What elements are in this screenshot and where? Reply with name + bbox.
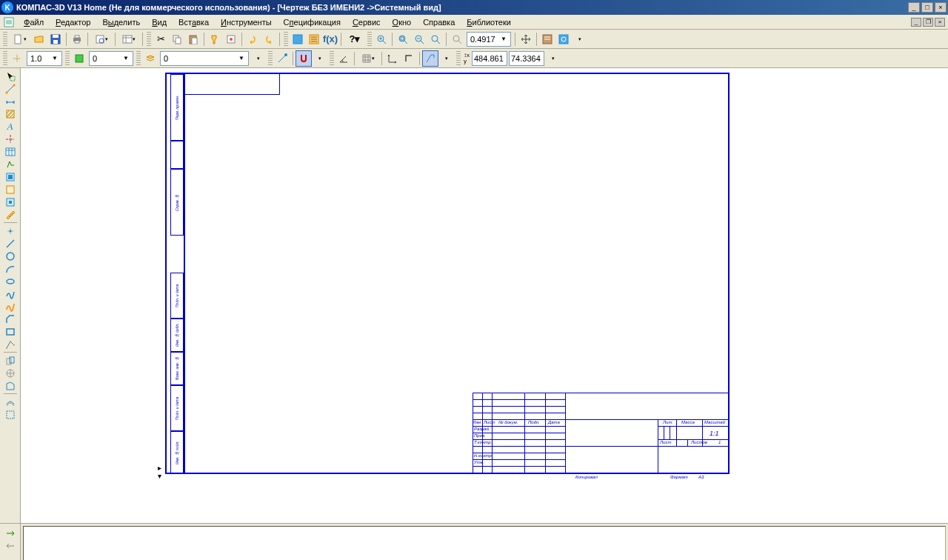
- toolbar-grip[interactable]: [147, 32, 151, 47]
- canvas[interactable]: Перв. примен. Справ. № Подп. и дата Инв.…: [21, 68, 948, 523]
- zoom-window-button[interactable]: [427, 31, 444, 47]
- point-tool[interactable]: [2, 224, 19, 237]
- grid-button[interactable]: ▾: [357, 50, 379, 67]
- segment-tool[interactable]: [2, 237, 19, 250]
- menu-file[interactable]: Файл: [18, 16, 50, 28]
- menu-libs[interactable]: Библиотеки: [461, 16, 517, 28]
- toolbar-grip[interactable]: [3, 32, 7, 47]
- paste-button[interactable]: [185, 31, 201, 47]
- toolbar-overflow-icon[interactable]: ▾: [250, 50, 267, 67]
- menu-window[interactable]: Окно: [387, 16, 418, 28]
- fx-button[interactable]: f(x): [322, 31, 338, 47]
- mdi-minimize-button[interactable]: _: [911, 18, 921, 27]
- close-button[interactable]: ×: [935, 2, 947, 13]
- spline-tool[interactable]: [2, 287, 19, 300]
- undo-button[interactable]: [244, 31, 261, 47]
- toolbar-grip[interactable]: [284, 32, 288, 47]
- zoom-out-button[interactable]: [411, 31, 427, 47]
- toolbar-grip[interactable]: [136, 51, 141, 66]
- equidistant-tool[interactable]: [2, 396, 19, 408]
- toolbar-overflow-icon[interactable]: ▾: [545, 50, 561, 67]
- autoline-tool[interactable]: [2, 338, 19, 350]
- zoom-in-button[interactable]: [373, 31, 390, 47]
- properties-button[interactable]: ▾: [118, 31, 140, 47]
- roughness-tool[interactable]: [2, 158, 19, 170]
- toolbar-overflow-icon[interactable]: ▾: [438, 50, 455, 67]
- print-button[interactable]: [69, 31, 85, 47]
- menu-tools[interactable]: Инструменты: [215, 16, 278, 28]
- toolbar-grip[interactable]: [3, 51, 7, 66]
- param-tool[interactable]: [2, 196, 19, 208]
- step-combo[interactable]: 1.0 ▼: [27, 51, 62, 66]
- format-painter-button[interactable]: [207, 31, 223, 47]
- system-menu-icon[interactable]: [3, 16, 15, 28]
- save-button[interactable]: [47, 31, 64, 47]
- dimension-tool[interactable]: [2, 95, 19, 107]
- toolbar-overflow-icon[interactable]: ▾: [572, 31, 588, 47]
- analysis-tool[interactable]: [2, 367, 19, 379]
- contour-tool[interactable]: [2, 379, 19, 392]
- msg-btn2[interactable]: [2, 539, 19, 552]
- hatch-tool[interactable]: [2, 107, 19, 120]
- circle-tool[interactable]: [2, 250, 19, 262]
- properties-copy-button[interactable]: [223, 31, 239, 47]
- state-combo[interactable]: 0 ▼: [89, 51, 133, 66]
- toolbar-grip[interactable]: [367, 32, 372, 47]
- select-tool[interactable]: [2, 70, 19, 82]
- copy-button[interactable]: [169, 31, 185, 47]
- lcs-button[interactable]: [384, 50, 401, 67]
- redo-button[interactable]: [261, 31, 277, 47]
- state-button[interactable]: [71, 50, 87, 67]
- maximize-button[interactable]: □: [921, 2, 933, 13]
- copy-geom-tool[interactable]: [2, 354, 19, 367]
- pan-button[interactable]: [518, 31, 534, 47]
- mdi-restore-button[interactable]: ❐: [923, 18, 933, 27]
- zoom-prev-button[interactable]: [449, 31, 465, 47]
- msg-btn1[interactable]: [2, 527, 19, 539]
- layer-button[interactable]: [142, 50, 158, 67]
- snap-end-button[interactable]: [274, 50, 290, 67]
- angle-snap-button[interactable]: [336, 50, 352, 67]
- rebuild-button[interactable]: [539, 31, 555, 47]
- zoom-combo[interactable]: 0.4917 ▼: [467, 32, 511, 47]
- mdi-close-button[interactable]: ×: [935, 18, 945, 27]
- ortho-button[interactable]: [401, 50, 417, 67]
- refresh-button[interactable]: [555, 31, 572, 47]
- preview-button[interactable]: ▾: [90, 31, 113, 47]
- edit-tool[interactable]: [2, 183, 19, 196]
- layer-combo[interactable]: 0 ▼: [160, 51, 249, 66]
- menu-insert[interactable]: Вставка: [173, 16, 215, 28]
- message-box[interactable]: [23, 526, 946, 560]
- axis-tool[interactable]: [2, 133, 19, 145]
- help-button[interactable]: ?▾: [344, 31, 366, 47]
- bezier-tool[interactable]: [2, 300, 19, 313]
- toolbar-grip[interactable]: [268, 51, 273, 66]
- open-button[interactable]: [31, 31, 47, 47]
- ellipse-tool[interactable]: [2, 275, 19, 287]
- zoom-fit-button[interactable]: [395, 31, 411, 47]
- chamfer-tool[interactable]: [2, 313, 19, 325]
- text-tool[interactable]: A: [2, 120, 19, 133]
- table-tool[interactable]: [2, 145, 19, 158]
- toolbar-grip[interactable]: [330, 51, 334, 66]
- collect-tool[interactable]: [2, 408, 19, 421]
- variables-button[interactable]: [306, 31, 322, 47]
- minimize-button[interactable]: _: [908, 2, 920, 13]
- menu-service[interactable]: Сервис: [347, 16, 387, 28]
- menu-help[interactable]: Справка: [417, 16, 461, 28]
- step-button[interactable]: [9, 50, 25, 67]
- measure-tool[interactable]: [2, 208, 19, 221]
- round-button[interactable]: [422, 50, 438, 67]
- snap-toggle-button[interactable]: [296, 50, 312, 67]
- toolbar-grip[interactable]: [65, 51, 70, 66]
- manager-button[interactable]: [290, 31, 306, 47]
- menu-editor[interactable]: Редактор: [50, 16, 96, 28]
- menu-view[interactable]: Вид: [146, 16, 173, 28]
- toolbar-grip[interactable]: [456, 51, 461, 66]
- new-button[interactable]: ▾: [9, 31, 31, 47]
- cut-button[interactable]: ✂: [153, 31, 169, 47]
- arc-tool[interactable]: [2, 262, 19, 275]
- menu-spec[interactable]: Спецификация: [278, 16, 347, 28]
- view-tool[interactable]: [2, 170, 19, 183]
- toolbar-overflow-icon[interactable]: ▾: [312, 50, 328, 67]
